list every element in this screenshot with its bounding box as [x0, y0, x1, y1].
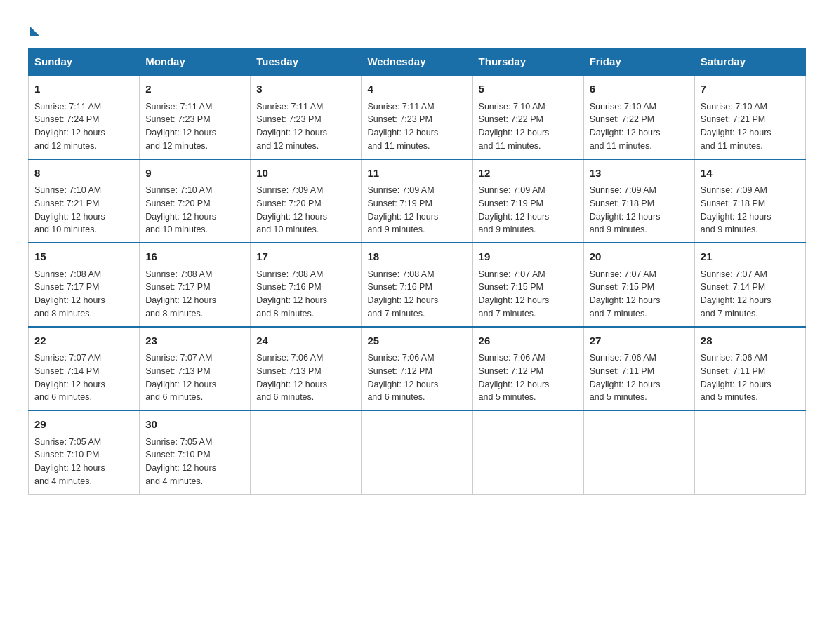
day-number: 25 [367, 333, 466, 349]
day-info: Sunrise: 7:10 AMSunset: 7:21 PMDaylight:… [34, 185, 105, 234]
calendar-cell: 23 Sunrise: 7:07 AMSunset: 7:13 PMDaylig… [140, 327, 251, 411]
day-number: 6 [590, 81, 689, 98]
day-info: Sunrise: 7:09 AMSunset: 7:20 PMDaylight:… [256, 185, 327, 234]
day-number: 15 [34, 249, 133, 265]
day-number: 13 [590, 166, 689, 182]
calendar-cell: 14 Sunrise: 7:09 AMSunset: 7:18 PMDaylig… [694, 159, 805, 243]
day-info: Sunrise: 7:06 AMSunset: 7:12 PMDaylight:… [367, 353, 438, 402]
day-of-week-header: Monday [140, 48, 251, 76]
calendar-cell: 13 Sunrise: 7:09 AMSunset: 7:18 PMDaylig… [583, 159, 694, 243]
day-info: Sunrise: 7:08 AMSunset: 7:16 PMDaylight:… [256, 269, 327, 318]
day-number: 7 [701, 81, 800, 98]
calendar-cell: 1 Sunrise: 7:11 AMSunset: 7:24 PMDayligh… [29, 75, 140, 159]
calendar-week-row: 8 Sunrise: 7:10 AMSunset: 7:21 PMDayligh… [29, 159, 806, 243]
day-number: 14 [701, 166, 800, 182]
calendar-cell: 22 Sunrise: 7:07 AMSunset: 7:14 PMDaylig… [29, 327, 140, 411]
day-of-week-header: Friday [583, 48, 694, 76]
day-number: 16 [145, 249, 244, 265]
day-info: Sunrise: 7:09 AMSunset: 7:18 PMDaylight:… [701, 185, 772, 234]
day-of-week-header: Tuesday [251, 48, 362, 76]
day-info: Sunrise: 7:10 AMSunset: 7:22 PMDaylight:… [479, 102, 550, 151]
calendar-cell: 28 Sunrise: 7:06 AMSunset: 7:11 PMDaylig… [694, 327, 805, 411]
day-number: 23 [145, 333, 244, 349]
day-info: Sunrise: 7:11 AMSunset: 7:23 PMDaylight:… [145, 102, 216, 151]
calendar-cell: 4 Sunrise: 7:11 AMSunset: 7:23 PMDayligh… [362, 75, 472, 159]
day-info: Sunrise: 7:06 AMSunset: 7:11 PMDaylight:… [590, 353, 661, 402]
day-info: Sunrise: 7:08 AMSunset: 7:16 PMDaylight:… [367, 269, 438, 318]
day-number: 19 [479, 249, 578, 265]
day-number: 9 [145, 166, 244, 182]
day-of-week-header: Saturday [694, 48, 805, 76]
calendar-week-row: 1 Sunrise: 7:11 AMSunset: 7:24 PMDayligh… [29, 75, 806, 159]
calendar-cell: 18 Sunrise: 7:08 AMSunset: 7:16 PMDaylig… [362, 243, 472, 327]
day-of-week-header: Wednesday [362, 48, 472, 76]
day-info: Sunrise: 7:07 AMSunset: 7:14 PMDaylight:… [701, 269, 772, 318]
day-info: Sunrise: 7:07 AMSunset: 7:15 PMDaylight:… [479, 269, 550, 318]
calendar-cell: 26 Sunrise: 7:06 AMSunset: 7:12 PMDaylig… [472, 327, 583, 411]
calendar-table: SundayMondayTuesdayWednesdayThursdayFrid… [28, 48, 806, 495]
day-number: 24 [256, 333, 355, 349]
calendar-week-row: 15 Sunrise: 7:08 AMSunset: 7:17 PMDaylig… [29, 243, 806, 327]
day-info: Sunrise: 7:07 AMSunset: 7:14 PMDaylight:… [34, 353, 105, 402]
calendar-cell: 2 Sunrise: 7:11 AMSunset: 7:23 PMDayligh… [140, 75, 251, 159]
day-info: Sunrise: 7:11 AMSunset: 7:23 PMDaylight:… [256, 102, 327, 151]
calendar-cell [362, 410, 472, 494]
calendar-cell: 17 Sunrise: 7:08 AMSunset: 7:16 PMDaylig… [251, 243, 362, 327]
day-info: Sunrise: 7:09 AMSunset: 7:18 PMDaylight:… [590, 185, 661, 234]
calendar-week-row: 22 Sunrise: 7:07 AMSunset: 7:14 PMDaylig… [29, 327, 806, 411]
day-number: 8 [34, 166, 133, 182]
day-number: 1 [34, 81, 133, 98]
day-of-week-header: Sunday [29, 48, 140, 76]
day-info: Sunrise: 7:08 AMSunset: 7:17 PMDaylight:… [34, 269, 105, 318]
day-info: Sunrise: 7:11 AMSunset: 7:23 PMDaylight:… [367, 102, 438, 151]
day-number: 29 [34, 417, 133, 433]
day-number: 28 [701, 333, 800, 349]
day-info: Sunrise: 7:06 AMSunset: 7:11 PMDaylight:… [701, 353, 772, 402]
day-number: 11 [367, 166, 466, 182]
calendar-cell: 9 Sunrise: 7:10 AMSunset: 7:20 PMDayligh… [140, 159, 251, 243]
day-number: 27 [590, 333, 689, 349]
day-number: 4 [367, 81, 466, 98]
day-info: Sunrise: 7:07 AMSunset: 7:15 PMDaylight:… [590, 269, 661, 318]
logo [28, 21, 40, 34]
day-number: 18 [367, 249, 466, 265]
calendar-cell: 11 Sunrise: 7:09 AMSunset: 7:19 PMDaylig… [362, 159, 472, 243]
calendar-cell: 5 Sunrise: 7:10 AMSunset: 7:22 PMDayligh… [472, 75, 583, 159]
day-info: Sunrise: 7:10 AMSunset: 7:22 PMDaylight:… [590, 102, 661, 151]
day-number: 5 [479, 81, 578, 98]
calendar-cell: 12 Sunrise: 7:09 AMSunset: 7:19 PMDaylig… [472, 159, 583, 243]
calendar-cell: 3 Sunrise: 7:11 AMSunset: 7:23 PMDayligh… [251, 75, 362, 159]
day-number: 3 [256, 81, 355, 98]
day-info: Sunrise: 7:10 AMSunset: 7:21 PMDaylight:… [701, 102, 772, 151]
day-number: 17 [256, 249, 355, 265]
day-number: 12 [479, 166, 578, 182]
calendar-cell: 25 Sunrise: 7:06 AMSunset: 7:12 PMDaylig… [362, 327, 472, 411]
calendar-cell: 20 Sunrise: 7:07 AMSunset: 7:15 PMDaylig… [583, 243, 694, 327]
day-number: 20 [590, 249, 689, 265]
calendar-cell: 27 Sunrise: 7:06 AMSunset: 7:11 PMDaylig… [583, 327, 694, 411]
calendar-cell: 21 Sunrise: 7:07 AMSunset: 7:14 PMDaylig… [694, 243, 805, 327]
calendar-cell: 7 Sunrise: 7:10 AMSunset: 7:21 PMDayligh… [694, 75, 805, 159]
day-number: 30 [145, 417, 244, 433]
day-info: Sunrise: 7:05 AMSunset: 7:10 PMDaylight:… [145, 437, 216, 486]
calendar-cell: 6 Sunrise: 7:10 AMSunset: 7:22 PMDayligh… [583, 75, 694, 159]
day-info: Sunrise: 7:09 AMSunset: 7:19 PMDaylight:… [367, 185, 438, 234]
day-info: Sunrise: 7:07 AMSunset: 7:13 PMDaylight:… [145, 353, 216, 402]
calendar-week-row: 29 Sunrise: 7:05 AMSunset: 7:10 PMDaylig… [29, 410, 806, 494]
calendar-header-row: SundayMondayTuesdayWednesdayThursdayFrid… [29, 48, 806, 76]
day-number: 22 [34, 333, 133, 349]
day-number: 2 [145, 81, 244, 98]
calendar-cell: 19 Sunrise: 7:07 AMSunset: 7:15 PMDaylig… [472, 243, 583, 327]
day-info: Sunrise: 7:06 AMSunset: 7:13 PMDaylight:… [256, 353, 327, 402]
calendar-cell: 30 Sunrise: 7:05 AMSunset: 7:10 PMDaylig… [140, 410, 251, 494]
day-info: Sunrise: 7:06 AMSunset: 7:12 PMDaylight:… [479, 353, 550, 402]
day-info: Sunrise: 7:10 AMSunset: 7:20 PMDaylight:… [145, 185, 216, 234]
calendar-cell [472, 410, 583, 494]
day-info: Sunrise: 7:09 AMSunset: 7:19 PMDaylight:… [479, 185, 550, 234]
day-info: Sunrise: 7:05 AMSunset: 7:10 PMDaylight:… [34, 437, 105, 486]
page-header [28, 21, 806, 34]
day-info: Sunrise: 7:08 AMSunset: 7:17 PMDaylight:… [145, 269, 216, 318]
calendar-cell: 15 Sunrise: 7:08 AMSunset: 7:17 PMDaylig… [29, 243, 140, 327]
day-number: 10 [256, 166, 355, 182]
calendar-cell [694, 410, 805, 494]
